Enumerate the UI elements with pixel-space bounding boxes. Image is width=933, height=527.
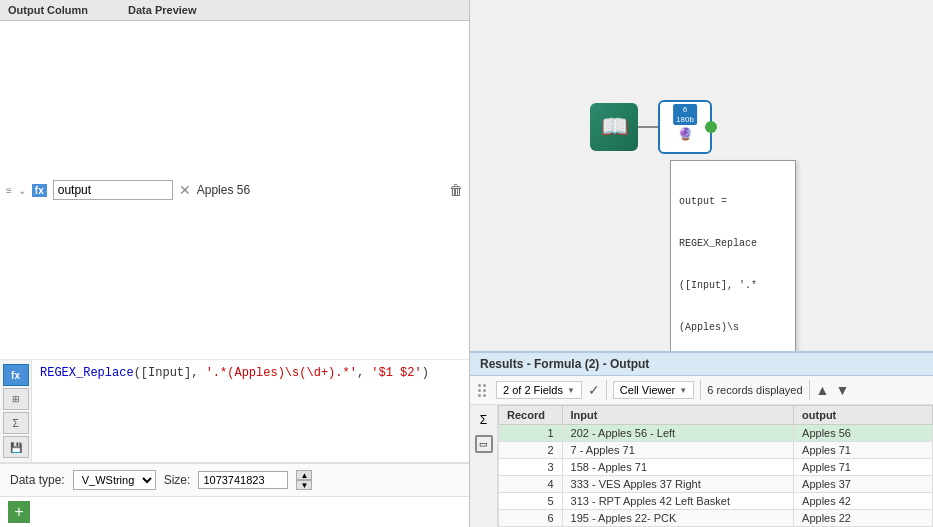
- row-output: Apples 56: [794, 425, 933, 442]
- row-num: 4: [499, 476, 563, 493]
- tooltip-line2: REGEX_Replace: [679, 237, 787, 251]
- data-type-label: Data type:: [10, 473, 65, 487]
- row-output: Apples 71: [794, 459, 933, 476]
- row-input: 158 - Apples 71: [562, 459, 794, 476]
- output-col-header: Output Column: [8, 4, 88, 16]
- row-num: 3: [499, 459, 563, 476]
- data-type-row: Data type: V_WString Size: ▲ ▼: [0, 463, 469, 496]
- results-panel: Results - Formula (2) - Output 2 of 2 Fi…: [470, 351, 933, 527]
- results-toolbar: 2 of 2 Fields ▼ ✓ Cell Viewer ▼ 6 record…: [470, 376, 933, 405]
- tooltip-line4: (Apples)\s: [679, 321, 787, 335]
- fields-arrow: ▼: [567, 386, 575, 395]
- row-input: 202 - Apples 56 - Left: [562, 425, 794, 442]
- canvas-area: 📖 6 180b 🔮 output = REGEX_Replace ([Inpu…: [470, 0, 933, 351]
- row-num: 5: [499, 493, 563, 510]
- panel-header: Output Column Data Preview: [0, 0, 469, 21]
- side-toolbar: fx ⊞ Σ 💾: [0, 360, 32, 462]
- add-row: +: [0, 496, 469, 527]
- nav-down-button[interactable]: ▼: [835, 382, 849, 398]
- row-output: Apples 37: [794, 476, 933, 493]
- table-row: 4333 - VES Apples 37 RightApples 37: [499, 476, 933, 493]
- col-header-input: Input: [562, 406, 794, 425]
- connector-1: [638, 126, 658, 128]
- cell-viewer-dropdown[interactable]: Cell Viewer ▼: [613, 381, 694, 399]
- nav-up-button[interactable]: ▲: [816, 382, 830, 398]
- results-table-wrapper: Record Input output 1202 - Apples 56 - L…: [498, 405, 933, 527]
- col-header-output: output: [794, 406, 933, 425]
- drag-handle: [478, 384, 486, 397]
- fx-icon: fx: [32, 184, 47, 197]
- row-num: 1: [499, 425, 563, 442]
- row-num: 6: [499, 510, 563, 527]
- tooltip-box: output = REGEX_Replace ([Input], '.* (Ap…: [670, 160, 796, 351]
- table-row: 6195 - Apples 22- PCKApples 22: [499, 510, 933, 527]
- table-row: 1202 - Apples 56 - LeftApples 56: [499, 425, 933, 442]
- results-header: Results - Formula (2) - Output: [470, 353, 933, 376]
- records-icon-btn[interactable]: ▭: [475, 435, 493, 453]
- node-container: 📖 6 180b 🔮: [590, 100, 712, 154]
- const-tool-btn[interactable]: Σ: [3, 412, 29, 434]
- tooltip-line1: output =: [679, 195, 787, 209]
- records-count: 6 records displayed: [707, 384, 802, 396]
- row-output: Apples 22: [794, 510, 933, 527]
- results-content: Σ ▭ Record Input output 1202 - Apples 56…: [470, 405, 933, 527]
- save-tool-btn[interactable]: 💾: [3, 436, 29, 458]
- cell-viewer-arrow: ▼: [679, 386, 687, 395]
- delete-button[interactable]: 🗑: [449, 182, 463, 198]
- separator-1: [606, 380, 607, 400]
- results-left-icons: Σ ▭: [470, 405, 498, 527]
- table-row: 5313 - RPT Apples 42 Left BasketApples 4…: [499, 493, 933, 510]
- clear-button[interactable]: ✕: [179, 183, 191, 197]
- table-header-row: Record Input output: [499, 406, 933, 425]
- table-row: 3158 - Apples 71Apples 71: [499, 459, 933, 476]
- separator-3: [809, 380, 810, 400]
- output-name-input[interactable]: [53, 180, 173, 200]
- left-panel: Output Column Data Preview ≡ ⌄ fx ✕ Appl…: [0, 0, 470, 527]
- add-field-button[interactable]: +: [8, 501, 30, 523]
- row-num: 2: [499, 442, 563, 459]
- formula-row: fx ⊞ Σ 💾 REGEX_Replace([Input], '.*(Appl…: [0, 360, 469, 463]
- formula-node-icon: 🔮: [678, 127, 693, 141]
- output-name-row: ≡ ⌄ fx ✕ Apples 56 🗑: [0, 21, 469, 360]
- cell-viewer-label: Cell Viewer: [620, 384, 675, 396]
- size-label: Size:: [164, 473, 191, 487]
- fields-dropdown[interactable]: 2 of 2 Fields ▼: [496, 381, 582, 399]
- input-node[interactable]: 📖: [590, 103, 638, 151]
- row-input: 333 - VES Apples 37 Right: [562, 476, 794, 493]
- checkmark-button[interactable]: ✓: [588, 382, 600, 398]
- results-table: Record Input output 1202 - Apples 56 - L…: [498, 405, 933, 527]
- size-spinner: ▲ ▼: [296, 470, 312, 490]
- table-row: 27 - Apples 71Apples 71: [499, 442, 933, 459]
- sigma-icon-btn[interactable]: Σ: [473, 409, 495, 431]
- node-badge: 6 180b: [673, 104, 697, 125]
- move-icon: ⌄: [18, 185, 26, 196]
- formula-node-wrapper: 6 180b 🔮: [658, 100, 712, 154]
- formula-text-area[interactable]: REGEX_Replace([Input], '.*(Apples)\s(\d+…: [32, 360, 469, 410]
- row-input: 7 - Apples 71: [562, 442, 794, 459]
- data-preview-header: Data Preview: [128, 4, 196, 16]
- right-panel: 📖 6 180b 🔮 output = REGEX_Replace ([Inpu…: [470, 0, 933, 527]
- fields-label: 2 of 2 Fields: [503, 384, 563, 396]
- data-type-select[interactable]: V_WString: [73, 470, 156, 490]
- fx-tool-btn[interactable]: fx: [3, 364, 29, 386]
- field-tool-btn[interactable]: ⊞: [3, 388, 29, 410]
- size-input[interactable]: [198, 471, 288, 489]
- output-dot: [705, 121, 717, 133]
- row-input: 313 - RPT Apples 42 Left Basket: [562, 493, 794, 510]
- preview-value: Apples 56: [197, 183, 250, 197]
- spinner-up[interactable]: ▲: [296, 470, 312, 480]
- row-input: 195 - Apples 22- PCK: [562, 510, 794, 527]
- formula-node[interactable]: 6 180b 🔮: [658, 100, 712, 154]
- sort-icon: ≡: [6, 185, 12, 196]
- spinner-down[interactable]: ▼: [296, 480, 312, 490]
- row-output: Apples 42: [794, 493, 933, 510]
- separator-2: [700, 380, 701, 400]
- row-output: Apples 71: [794, 442, 933, 459]
- tooltip-line3: ([Input], '.*: [679, 279, 787, 293]
- col-header-record: Record: [499, 406, 563, 425]
